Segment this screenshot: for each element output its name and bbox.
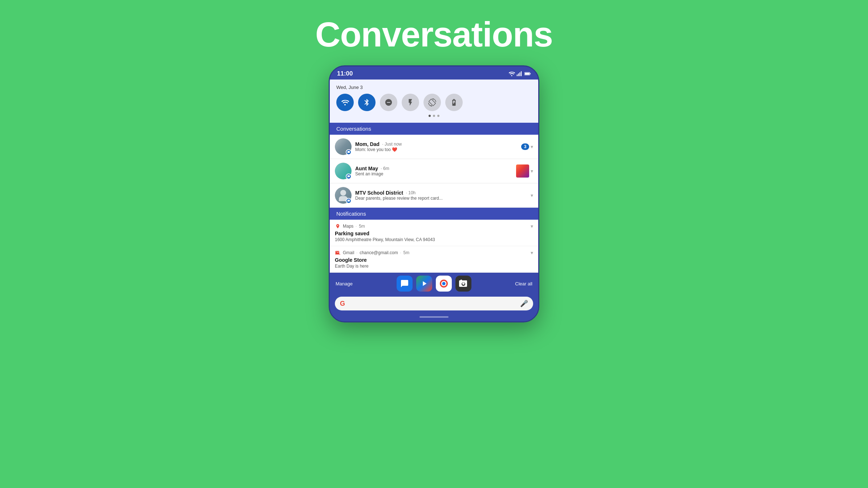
status-bar: 11:00: [330, 66, 538, 80]
dock-icons: [397, 276, 471, 292]
svg-rect-2: [518, 73, 519, 76]
chevron-down-icon-2[interactable]: ▾: [531, 168, 533, 174]
conv-name-3: MTV School District: [355, 190, 403, 196]
home-bar: [419, 316, 449, 318]
qs-dot-2: [433, 115, 435, 117]
avatar-mtv: [335, 187, 352, 204]
conv-header-row-3: MTV School District · 10h: [355, 190, 527, 196]
messages-badge-icon: [346, 149, 352, 155]
qs-date: Wed, June 3: [336, 85, 532, 90]
svg-rect-7: [525, 73, 530, 74]
svg-point-10: [442, 282, 445, 285]
conv-message: Mom: love you too ❤️: [355, 147, 518, 152]
messages-badge-icon-2: [346, 174, 352, 179]
conv-content-aunt-may: Aunt May · 6m Sent an image: [355, 166, 512, 176]
dot-separator-2: ·: [356, 251, 357, 255]
conv-name: Mom, Dad: [355, 141, 380, 147]
conv-time-3: · 10h: [405, 190, 415, 195]
svg-rect-1: [517, 74, 518, 76]
phone-shell: 11:00 Wed, June 3: [329, 65, 539, 322]
avatar-mom-dad: [335, 138, 352, 155]
maps-chevron-icon[interactable]: ▾: [531, 223, 533, 229]
qs-toggles: [336, 94, 532, 111]
dot-separator-3: ·: [400, 251, 401, 255]
qs-battery-toggle[interactable]: [445, 94, 463, 111]
notif-gmail[interactable]: Gmail · chance@gmail.com · 5m ▾ Google S…: [330, 246, 538, 273]
conv-message-2: Sent an image: [355, 171, 512, 176]
maps-notif-title: Parking saved: [335, 231, 533, 236]
notif-maps[interactable]: Maps · 5m ▾ Parking saved 1600 Amphithea…: [330, 220, 538, 246]
gmail-app-icon: [335, 250, 341, 256]
conv-time: · Just now: [381, 142, 402, 147]
search-inner[interactable]: G 🎤: [335, 297, 533, 310]
home-indicator: [330, 314, 538, 321]
conv-header-row-2: Aunt May · 6m: [355, 166, 512, 171]
svg-point-8: [344, 104, 346, 106]
conv-content-mtv: MTV School District · 10h Dear parents, …: [355, 190, 527, 201]
maps-notif-body: 1600 Amphitheatre Pkwy, Mountain View, C…: [335, 237, 533, 242]
gmail-time: 5m: [403, 250, 409, 255]
conversations-list: Mom, Dad · Just now Mom: love you too ❤️…: [330, 135, 538, 208]
maps-app-name: Maps: [343, 224, 353, 229]
manage-label[interactable]: Manage: [336, 281, 353, 286]
clear-all-label[interactable]: Clear all: [515, 281, 532, 286]
qs-dnd-toggle[interactable]: [380, 94, 397, 111]
qs-autorotate-toggle[interactable]: [423, 94, 441, 111]
messages-badge-icon-3: [346, 198, 352, 204]
unread-badge: 3: [521, 143, 529, 150]
conv-item-aunt-may[interactable]: Aunt May · 6m Sent an image ▾: [330, 159, 538, 183]
qs-dot-3: [437, 115, 439, 117]
maps-time: 5m: [359, 224, 365, 229]
chevron-down-icon[interactable]: ▾: [531, 144, 533, 150]
dot-separator: ·: [356, 224, 357, 228]
svg-rect-3: [519, 72, 520, 76]
notif-app-left-maps: Maps · 5m: [335, 223, 365, 229]
status-time: 11:00: [337, 70, 353, 77]
chrome-app-icon[interactable]: [436, 276, 452, 292]
conversations-header: Conversations: [330, 123, 538, 135]
gmail-email: chance@gmail.com: [360, 250, 398, 255]
mic-icon[interactable]: 🎤: [520, 300, 528, 308]
search-bar: G 🎤: [330, 294, 538, 314]
quick-settings: Wed, June 3: [330, 80, 538, 123]
qs-wifi-toggle[interactable]: [336, 94, 354, 111]
gmail-notif-title: Google Store: [335, 257, 533, 263]
gmail-chevron-icon[interactable]: ▾: [531, 250, 533, 256]
conv-item-mtv[interactable]: MTV School District · 10h Dear parents, …: [330, 183, 538, 208]
gmail-app-name: Gmail: [343, 250, 354, 255]
gmail-notif-body: Earth Day is here: [335, 264, 533, 269]
notifications-header: Notifications: [330, 208, 538, 220]
conv-right-mtv: ▾: [531, 192, 533, 198]
conv-message-3: Dear parents, please review the report c…: [355, 196, 527, 201]
conv-item-mom-dad[interactable]: Mom, Dad · Just now Mom: love you too ❤️…: [330, 135, 538, 159]
signal-icon: [516, 70, 523, 77]
conv-header-row: Mom, Dad · Just now: [355, 141, 518, 147]
chevron-down-icon-3[interactable]: ▾: [531, 192, 533, 198]
svg-rect-4: [521, 71, 522, 76]
qs-bluetooth-toggle[interactable]: [358, 94, 376, 111]
maps-app-icon: [335, 223, 341, 229]
qs-dot-1: [429, 115, 431, 117]
conv-time-2: · 6m: [380, 166, 389, 171]
svg-rect-6: [530, 73, 531, 74]
conv-name-2: Aunt May: [355, 166, 378, 171]
page-title: Conversations: [315, 15, 553, 54]
image-thumbnail: [516, 164, 529, 178]
play-app-icon[interactable]: [416, 276, 432, 292]
notif-app-left-gmail: Gmail · chance@gmail.com · 5m: [335, 250, 409, 256]
messages-app-icon[interactable]: [397, 276, 413, 292]
wifi-icon: [508, 70, 515, 77]
status-icons: [508, 70, 531, 77]
conv-content-mom-dad: Mom, Dad · Just now Mom: love you too ❤️: [355, 141, 518, 152]
conv-right-mom-dad: 3 ▾: [521, 143, 533, 150]
qs-dots: [336, 115, 532, 117]
avatar-aunt-may: [335, 163, 352, 179]
notif-app-row-maps: Maps · 5m ▾: [335, 223, 533, 229]
battery-icon: [524, 70, 531, 77]
notif-app-row-gmail: Gmail · chance@gmail.com · 5m ▾: [335, 250, 533, 256]
svg-point-0: [511, 75, 512, 76]
google-logo: G: [340, 300, 345, 308]
qs-flashlight-toggle[interactable]: [402, 94, 419, 111]
conv-right-aunt-may: ▾: [516, 164, 533, 178]
camera-app-icon[interactable]: [455, 276, 471, 292]
